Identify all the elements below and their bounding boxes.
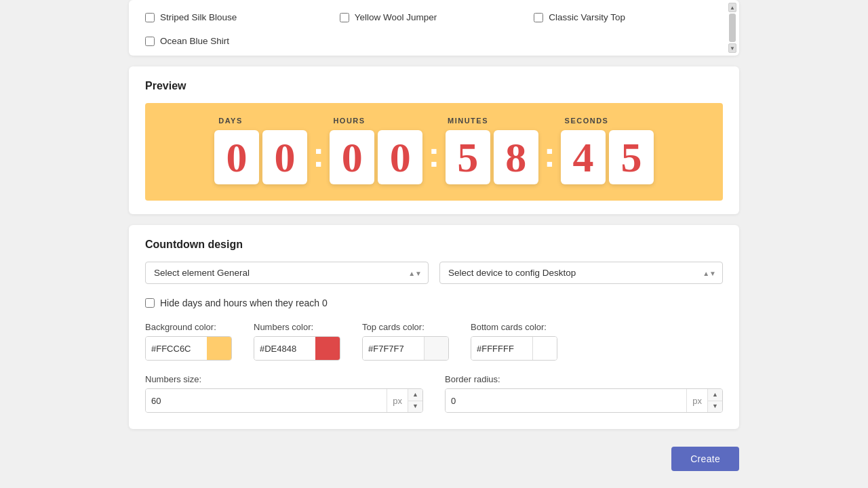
background-color-label: Background color: bbox=[145, 322, 232, 332]
list-item: Ocean Blue Shirt bbox=[142, 32, 337, 50]
seconds-digit-pair: 4 5 bbox=[561, 130, 654, 184]
seconds-digit-2: 5 bbox=[609, 130, 654, 184]
days-digit-pair: 0 0 bbox=[214, 130, 307, 184]
numbers-size-down[interactable]: ▼ bbox=[408, 401, 422, 413]
product-checkbox-striped-silk-blouse[interactable] bbox=[145, 13, 155, 22]
days-digit-2: 0 bbox=[262, 130, 307, 184]
product-label: Ocean Blue Shirt bbox=[160, 36, 229, 46]
scroll-up-button[interactable]: ▲ bbox=[728, 3, 736, 12]
seconds-label2 bbox=[614, 117, 661, 125]
product-label: Yellow Wool Jumper bbox=[355, 12, 437, 22]
seconds-digit-1: 4 bbox=[561, 130, 606, 184]
scroll-thumb[interactable] bbox=[729, 14, 736, 42]
numbers-size-label: Numbers size: bbox=[145, 374, 423, 384]
background-color-swatch[interactable] bbox=[207, 336, 231, 361]
border-radius-unit: px bbox=[686, 389, 707, 412]
border-radius-stepper: ▲ ▼ bbox=[707, 389, 722, 412]
hours-label2 bbox=[376, 117, 424, 125]
countdown-digits: 0 0 : 0 0 : 5 8 : 4 5 bbox=[214, 130, 654, 184]
seconds-label: SECONDS bbox=[563, 117, 610, 125]
background-color-field: Background color: bbox=[145, 322, 232, 361]
list-item: Classic Varsity Top bbox=[531, 8, 726, 26]
bottom-cards-color-swatch[interactable] bbox=[532, 336, 557, 361]
border-radius-input[interactable] bbox=[446, 389, 686, 412]
days-label: DAYS bbox=[207, 117, 254, 125]
product-list-card: Striped Silk Blouse Yellow Wool Jumper C… bbox=[129, 0, 739, 56]
hours-digit-2: 0 bbox=[378, 130, 422, 184]
days-label2 bbox=[258, 117, 305, 125]
design-card: Countdown design Select element General … bbox=[129, 225, 739, 429]
hide-days-row: Hide days and hours when they reach 0 bbox=[145, 298, 723, 308]
list-item: Yellow Wool Jumper bbox=[337, 8, 532, 26]
product-grid: Striped Silk Blouse Yellow Wool Jumper C… bbox=[142, 8, 726, 50]
list-item: Striped Silk Blouse bbox=[142, 8, 337, 26]
numbers-color-swatch[interactable] bbox=[315, 336, 340, 361]
minutes-digit-pair: 5 8 bbox=[446, 130, 538, 184]
numbers-color-input-group bbox=[254, 336, 340, 361]
scrollbar[interactable]: ▲ ▼ bbox=[728, 3, 736, 53]
product-checkbox-classic-varsity-top[interactable] bbox=[534, 13, 543, 22]
numbers-size-unit: px bbox=[387, 389, 408, 412]
top-cards-color-swatch[interactable] bbox=[424, 336, 448, 361]
countdown-labels: DAYS HOURS MINUTES SECONDS bbox=[165, 117, 703, 125]
colon-hours-minutes: : bbox=[428, 137, 439, 178]
element-select-wrapper: Select element General Numbers Cards Bac… bbox=[145, 262, 429, 284]
sizes-row: Numbers size: px ▲ ▼ Border radius: px bbox=[145, 374, 723, 413]
device-select[interactable]: Select device to config Desktop Mobile T… bbox=[439, 262, 723, 284]
border-radius-field: Border radius: px ▲ ▼ bbox=[445, 374, 723, 413]
product-label: Striped Silk Blouse bbox=[160, 12, 237, 22]
numbers-size-input[interactable] bbox=[146, 389, 387, 412]
colon-minutes-seconds: : bbox=[544, 137, 555, 178]
minutes-digit-1: 5 bbox=[446, 130, 490, 184]
numbers-color-hex[interactable] bbox=[254, 337, 315, 360]
hours-digit-pair: 0 0 bbox=[330, 130, 422, 184]
days-digit-1: 0 bbox=[214, 130, 259, 184]
product-label: Classic Varsity Top bbox=[549, 12, 625, 22]
bottom-bar: Create bbox=[0, 440, 868, 478]
top-cards-color-field: Top cards color: bbox=[362, 322, 449, 361]
design-title: Countdown design bbox=[145, 239, 723, 251]
border-radius-down[interactable]: ▼ bbox=[708, 401, 722, 413]
border-radius-label: Border radius: bbox=[445, 374, 723, 384]
hide-days-label: Hide days and hours when they reach 0 bbox=[160, 298, 328, 308]
hours-label: HOURS bbox=[326, 117, 373, 125]
select-row: Select element General Numbers Cards Bac… bbox=[145, 262, 723, 284]
bottom-cards-color-input-group bbox=[471, 336, 557, 361]
minutes-digit-2: 8 bbox=[494, 130, 538, 184]
numbers-size-field: Numbers size: px ▲ ▼ bbox=[145, 374, 423, 413]
countdown-preview: DAYS HOURS MINUTES SECONDS bbox=[145, 103, 723, 201]
element-select[interactable]: Select element General Numbers Cards Bac… bbox=[145, 262, 429, 284]
product-checkbox-ocean-blue-shirt[interactable] bbox=[145, 37, 155, 46]
preview-card: Preview DAYS HOURS MINUTES bbox=[129, 66, 739, 214]
bottom-cards-color-field: Bottom cards color: bbox=[471, 322, 557, 361]
numbers-size-stepper: ▲ ▼ bbox=[408, 389, 422, 412]
background-color-input-group bbox=[145, 336, 232, 361]
colon-days-hours: : bbox=[313, 137, 324, 178]
numbers-color-field: Numbers color: bbox=[254, 322, 340, 361]
numbers-size-up[interactable]: ▲ bbox=[408, 389, 422, 401]
minutes-label: MINUTES bbox=[444, 117, 492, 125]
background-color-hex[interactable] bbox=[146, 337, 207, 360]
bottom-cards-color-label: Bottom cards color: bbox=[471, 322, 557, 332]
create-button[interactable]: Create bbox=[671, 447, 739, 471]
top-cards-color-input-group bbox=[362, 336, 449, 361]
scroll-down-button[interactable]: ▼ bbox=[728, 43, 736, 53]
top-cards-color-label: Top cards color: bbox=[362, 322, 449, 332]
colors-row: Background color: Numbers color: Top car… bbox=[145, 322, 723, 361]
border-radius-up[interactable]: ▲ bbox=[708, 389, 722, 401]
minutes-label2 bbox=[495, 117, 542, 125]
product-checkbox-yellow-wool-jumper[interactable] bbox=[340, 13, 349, 22]
numbers-size-input-group: px ▲ ▼ bbox=[145, 388, 423, 413]
border-radius-input-group: px ▲ ▼ bbox=[445, 388, 723, 413]
top-cards-color-hex[interactable] bbox=[363, 337, 424, 360]
preview-title: Preview bbox=[145, 80, 723, 92]
page-wrapper: Striped Silk Blouse Yellow Wool Jumper C… bbox=[0, 0, 868, 488]
hide-days-checkbox[interactable] bbox=[145, 298, 155, 308]
bottom-cards-color-hex[interactable] bbox=[471, 337, 532, 360]
device-select-wrapper: Select device to config Desktop Mobile T… bbox=[439, 262, 723, 284]
numbers-color-label: Numbers color: bbox=[254, 322, 340, 332]
hours-digit-1: 0 bbox=[330, 130, 374, 184]
